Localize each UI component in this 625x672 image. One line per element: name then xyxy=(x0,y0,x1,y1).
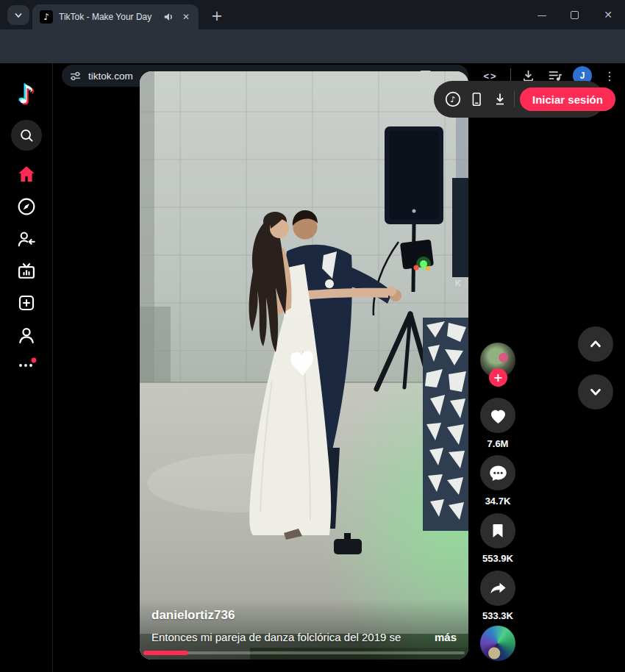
download-icon xyxy=(521,68,535,82)
like-button[interactable] xyxy=(480,398,515,433)
active-tab[interactable]: ♪ TikTok - Make Your Day ✕ xyxy=(32,4,199,29)
tab-strip: ♪ TikTok - Make Your Day ✕ + — ✕ xyxy=(0,0,625,29)
video-player[interactable]: K xyxy=(140,71,468,660)
home-icon xyxy=(16,164,37,185)
sidebar-item-search[interactable] xyxy=(11,120,42,151)
tab-audio-icon[interactable] xyxy=(163,12,175,22)
video-username[interactable]: danielortiz736 xyxy=(151,608,457,623)
user-follow-icon xyxy=(16,229,37,249)
video-caption: Entonces mi pareja de danza folclórica d… xyxy=(151,631,426,643)
bookmark-button[interactable] xyxy=(480,513,515,548)
tab-title: TikTok - Make Your Day xyxy=(59,12,157,22)
chevron-down-icon xyxy=(588,384,604,400)
tiktok-favicon-icon: ♪ xyxy=(40,10,53,24)
window-maximize-button[interactable] xyxy=(562,6,587,24)
download-arrow-icon xyxy=(492,91,508,107)
bookmark-count: 553.9K xyxy=(468,553,527,564)
sidebar-item-profile[interactable] xyxy=(16,325,37,346)
upload-plus-icon xyxy=(16,293,36,313)
tiktok-sidebar: ♪ xyxy=(0,63,53,672)
url-text: tiktok.com xyxy=(88,71,133,82)
share-icon xyxy=(488,579,508,598)
caption-overlay: danielortiz736 Entonces mi pareja de dan… xyxy=(140,599,468,660)
sidebar-item-live[interactable] xyxy=(16,261,37,282)
tab-close-button[interactable]: ✕ xyxy=(181,10,191,24)
get-coins-button[interactable]: ♪ xyxy=(441,87,465,111)
comment-count: 34.7K xyxy=(468,496,527,507)
sidebar-item-home[interactable] xyxy=(16,164,37,185)
profile-icon xyxy=(16,325,37,346)
sidebar-item-more[interactable] xyxy=(15,355,38,371)
svg-text:K: K xyxy=(455,279,461,287)
top-overlay-bar: ♪ Iniciar sesión xyxy=(434,81,604,118)
chevron-up-icon xyxy=(588,336,604,352)
get-app-button[interactable] xyxy=(465,87,488,111)
tiktok-coin-icon: ♪ xyxy=(444,90,462,108)
caption-more-button[interactable]: más xyxy=(435,631,457,643)
mobile-phone-icon xyxy=(468,90,485,108)
playlist-music-icon xyxy=(548,68,562,82)
search-icon xyxy=(11,120,42,151)
sidebar-item-explore[interactable] xyxy=(16,197,36,217)
like-count: 7.6M xyxy=(468,438,527,449)
bookmark-icon xyxy=(489,522,507,540)
follow-button[interactable]: + xyxy=(489,368,507,387)
comment-button[interactable] xyxy=(480,455,515,490)
notification-dot xyxy=(31,358,36,363)
download-video-button[interactable] xyxy=(488,87,512,111)
chevron-down-icon xyxy=(13,10,24,21)
site-settings-icon[interactable] xyxy=(69,70,82,82)
share-count: 533.3K xyxy=(468,610,527,621)
video-frame: K xyxy=(140,71,468,660)
live-tv-icon xyxy=(16,261,37,282)
svg-text:♪: ♪ xyxy=(450,95,455,104)
share-button[interactable] xyxy=(480,571,515,606)
sound-disc[interactable] xyxy=(480,626,515,661)
sidebar-item-upload[interactable] xyxy=(16,293,36,313)
compass-icon xyxy=(16,197,36,217)
browser-window: ♪ TikTok - Make Your Day ✕ + — ✕ ← xyxy=(0,0,625,672)
next-video-button[interactable] xyxy=(578,374,613,410)
sidebar-item-following[interactable] xyxy=(16,229,37,249)
previous-video-button[interactable] xyxy=(578,326,613,362)
login-button[interactable]: Iniciar sesión xyxy=(520,87,615,111)
window-close-button[interactable]: ✕ xyxy=(596,6,621,24)
window-minimize-button[interactable]: — xyxy=(529,6,554,24)
heart-icon xyxy=(488,406,508,426)
new-tab-button[interactable]: + xyxy=(207,6,226,25)
video-progress-fill xyxy=(143,651,188,655)
video-progress-bar[interactable] xyxy=(143,651,465,654)
tiktok-logo-icon[interactable]: ♪ xyxy=(18,82,35,107)
browser-toolbar: ← tiktok.com xyxy=(0,29,625,63)
overlay-separator xyxy=(514,91,515,107)
tab-search-button[interactable] xyxy=(7,5,29,25)
comment-icon xyxy=(488,463,508,483)
browser-menu-button[interactable]: ⋮ xyxy=(601,66,618,85)
maximize-icon xyxy=(571,11,579,19)
more-dots-icon xyxy=(15,355,38,371)
